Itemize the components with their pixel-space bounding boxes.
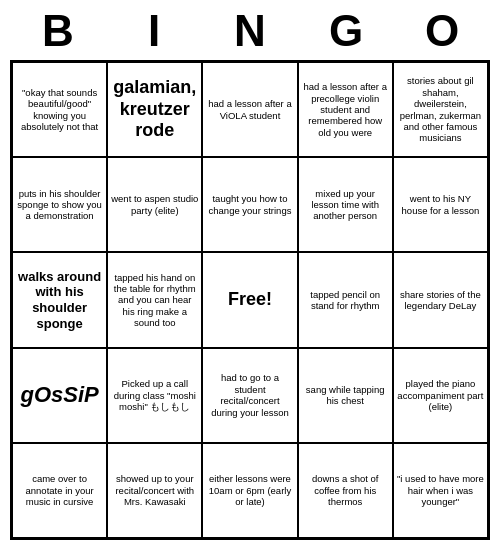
bingo-header: BINGO: [10, 0, 490, 60]
bingo-letter-i: I: [110, 6, 198, 56]
bingo-cell-r2c1: tapped his hand on the table for rhythm …: [107, 252, 202, 347]
bingo-cell-r2c3: tapped pencil on stand for rhythm: [298, 252, 393, 347]
bingo-cell-r1c4: went to his NY house for a lesson: [393, 157, 488, 252]
bingo-cell-r0c2: had a lesson after a ViOLA student: [202, 62, 297, 157]
bingo-cell-r1c2: taught you how to change your strings: [202, 157, 297, 252]
bingo-cell-r2c4: share stories of the legendary DeLay: [393, 252, 488, 347]
bingo-letter-o: O: [398, 6, 486, 56]
bingo-cell-r4c3: downs a shot of coffee from his thermos: [298, 443, 393, 538]
bingo-cell-r0c3: had a lesson after a precollege violin s…: [298, 62, 393, 157]
bingo-grid: "okay that sounds beautiful/good" knowin…: [10, 60, 490, 540]
bingo-letter-g: G: [302, 6, 390, 56]
bingo-cell-r4c0: came over to annotate in your music in c…: [12, 443, 107, 538]
bingo-cell-r2c0: walks around with his shoulder sponge: [12, 252, 107, 347]
bingo-cell-r3c3: sang while tapping his chest: [298, 348, 393, 443]
bingo-cell-r0c0: "okay that sounds beautiful/good" knowin…: [12, 62, 107, 157]
bingo-letter-b: B: [14, 6, 102, 56]
bingo-letter-n: N: [206, 6, 294, 56]
bingo-cell-r0c4: stories about gil shaham, dweilerstein, …: [393, 62, 488, 157]
bingo-cell-r0c1: galamian, kreutzer rode: [107, 62, 202, 157]
bingo-cell-r3c0: gOsSiP: [12, 348, 107, 443]
bingo-cell-r4c2: either lessons were 10am or 6pm (early o…: [202, 443, 297, 538]
bingo-cell-r1c0: puts in his shoulder sponge to show you …: [12, 157, 107, 252]
bingo-cell-r3c2: had to go to a student recital/concert d…: [202, 348, 297, 443]
bingo-cell-r3c4: played the piano accompaniment part (eli…: [393, 348, 488, 443]
bingo-cell-r2c2: Free!: [202, 252, 297, 347]
bingo-cell-r1c1: went to aspen studio party (elite): [107, 157, 202, 252]
bingo-cell-r4c1: showed up to your recital/concert with M…: [107, 443, 202, 538]
bingo-cell-r4c4: "i used to have more hair when i was you…: [393, 443, 488, 538]
bingo-cell-r3c1: Picked up a call during class "moshi mos…: [107, 348, 202, 443]
bingo-cell-r1c3: mixed up your lesson time with another p…: [298, 157, 393, 252]
